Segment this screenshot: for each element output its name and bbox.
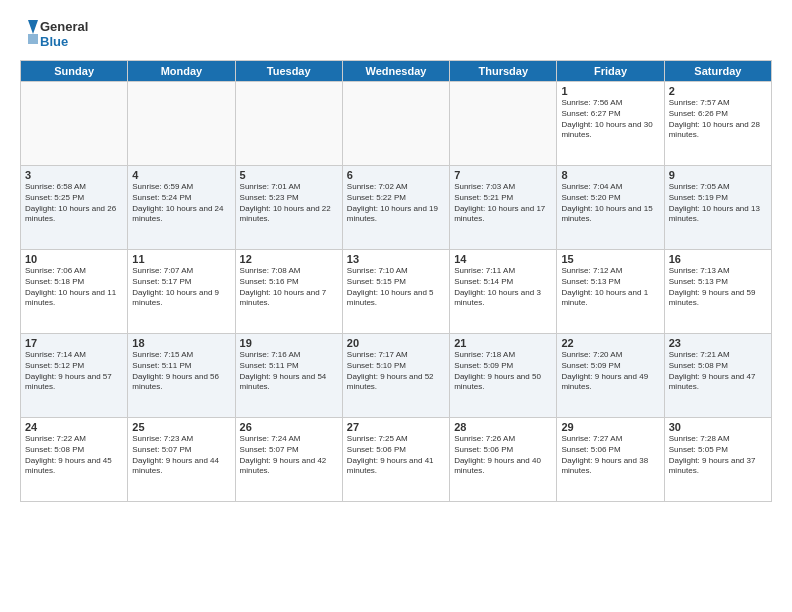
weekday-header-monday: Monday [128, 61, 235, 82]
svg-text:General: General [40, 19, 88, 34]
weekday-header-thursday: Thursday [450, 61, 557, 82]
day-info: Sunrise: 7:13 AM Sunset: 5:13 PM Dayligh… [669, 266, 767, 309]
day-info: Sunrise: 6:58 AM Sunset: 5:25 PM Dayligh… [25, 182, 123, 225]
day-info: Sunrise: 7:21 AM Sunset: 5:08 PM Dayligh… [669, 350, 767, 393]
day-info: Sunrise: 7:16 AM Sunset: 5:11 PM Dayligh… [240, 350, 338, 393]
day-info: Sunrise: 7:24 AM Sunset: 5:07 PM Dayligh… [240, 434, 338, 477]
weekday-header-row: SundayMondayTuesdayWednesdayThursdayFrid… [21, 61, 772, 82]
day-number: 30 [669, 421, 767, 433]
day-cell [128, 82, 235, 166]
day-number: 10 [25, 253, 123, 265]
day-number: 3 [25, 169, 123, 181]
day-info: Sunrise: 7:28 AM Sunset: 5:05 PM Dayligh… [669, 434, 767, 477]
day-cell [342, 82, 449, 166]
header: General Blue [20, 16, 772, 52]
day-info: Sunrise: 6:59 AM Sunset: 5:24 PM Dayligh… [132, 182, 230, 225]
day-number: 21 [454, 337, 552, 349]
day-cell: 22Sunrise: 7:20 AM Sunset: 5:09 PM Dayli… [557, 334, 664, 418]
day-number: 16 [669, 253, 767, 265]
day-info: Sunrise: 7:17 AM Sunset: 5:10 PM Dayligh… [347, 350, 445, 393]
day-info: Sunrise: 7:02 AM Sunset: 5:22 PM Dayligh… [347, 182, 445, 225]
day-number: 20 [347, 337, 445, 349]
day-number: 9 [669, 169, 767, 181]
day-info: Sunrise: 7:12 AM Sunset: 5:13 PM Dayligh… [561, 266, 659, 309]
day-number: 18 [132, 337, 230, 349]
day-info: Sunrise: 7:56 AM Sunset: 6:27 PM Dayligh… [561, 98, 659, 141]
day-number: 14 [454, 253, 552, 265]
day-info: Sunrise: 7:14 AM Sunset: 5:12 PM Dayligh… [25, 350, 123, 393]
day-cell: 3Sunrise: 6:58 AM Sunset: 5:25 PM Daylig… [21, 166, 128, 250]
day-info: Sunrise: 7:03 AM Sunset: 5:21 PM Dayligh… [454, 182, 552, 225]
day-number: 4 [132, 169, 230, 181]
weekday-header-saturday: Saturday [664, 61, 771, 82]
day-number: 17 [25, 337, 123, 349]
day-info: Sunrise: 7:20 AM Sunset: 5:09 PM Dayligh… [561, 350, 659, 393]
day-cell: 18Sunrise: 7:15 AM Sunset: 5:11 PM Dayli… [128, 334, 235, 418]
day-cell: 7Sunrise: 7:03 AM Sunset: 5:21 PM Daylig… [450, 166, 557, 250]
day-number: 12 [240, 253, 338, 265]
weekday-header-tuesday: Tuesday [235, 61, 342, 82]
day-cell: 17Sunrise: 7:14 AM Sunset: 5:12 PM Dayli… [21, 334, 128, 418]
day-cell: 8Sunrise: 7:04 AM Sunset: 5:20 PM Daylig… [557, 166, 664, 250]
day-cell: 11Sunrise: 7:07 AM Sunset: 5:17 PM Dayli… [128, 250, 235, 334]
day-number: 6 [347, 169, 445, 181]
week-row-2: 3Sunrise: 6:58 AM Sunset: 5:25 PM Daylig… [21, 166, 772, 250]
day-number: 28 [454, 421, 552, 433]
day-info: Sunrise: 7:08 AM Sunset: 5:16 PM Dayligh… [240, 266, 338, 309]
svg-marker-3 [28, 34, 38, 44]
svg-marker-2 [28, 20, 38, 34]
day-info: Sunrise: 7:18 AM Sunset: 5:09 PM Dayligh… [454, 350, 552, 393]
day-number: 29 [561, 421, 659, 433]
day-info: Sunrise: 7:27 AM Sunset: 5:06 PM Dayligh… [561, 434, 659, 477]
day-info: Sunrise: 7:07 AM Sunset: 5:17 PM Dayligh… [132, 266, 230, 309]
day-cell: 10Sunrise: 7:06 AM Sunset: 5:18 PM Dayli… [21, 250, 128, 334]
weekday-header-sunday: Sunday [21, 61, 128, 82]
day-info: Sunrise: 7:11 AM Sunset: 5:14 PM Dayligh… [454, 266, 552, 309]
day-cell: 2Sunrise: 7:57 AM Sunset: 6:26 PM Daylig… [664, 82, 771, 166]
day-number: 15 [561, 253, 659, 265]
day-info: Sunrise: 7:23 AM Sunset: 5:07 PM Dayligh… [132, 434, 230, 477]
day-number: 27 [347, 421, 445, 433]
day-info: Sunrise: 7:10 AM Sunset: 5:15 PM Dayligh… [347, 266, 445, 309]
day-cell: 12Sunrise: 7:08 AM Sunset: 5:16 PM Dayli… [235, 250, 342, 334]
day-info: Sunrise: 7:57 AM Sunset: 6:26 PM Dayligh… [669, 98, 767, 141]
day-cell: 26Sunrise: 7:24 AM Sunset: 5:07 PM Dayli… [235, 418, 342, 502]
weekday-header-friday: Friday [557, 61, 664, 82]
day-info: Sunrise: 7:04 AM Sunset: 5:20 PM Dayligh… [561, 182, 659, 225]
day-number: 11 [132, 253, 230, 265]
day-info: Sunrise: 7:06 AM Sunset: 5:18 PM Dayligh… [25, 266, 123, 309]
day-cell: 5Sunrise: 7:01 AM Sunset: 5:23 PM Daylig… [235, 166, 342, 250]
day-number: 5 [240, 169, 338, 181]
day-cell: 13Sunrise: 7:10 AM Sunset: 5:15 PM Dayli… [342, 250, 449, 334]
svg-text:Blue: Blue [40, 34, 68, 49]
day-number: 1 [561, 85, 659, 97]
week-row-4: 17Sunrise: 7:14 AM Sunset: 5:12 PM Dayli… [21, 334, 772, 418]
day-cell [450, 82, 557, 166]
day-number: 7 [454, 169, 552, 181]
day-cell: 19Sunrise: 7:16 AM Sunset: 5:11 PM Dayli… [235, 334, 342, 418]
logo-svg: General Blue [20, 16, 90, 52]
day-cell [235, 82, 342, 166]
day-cell: 21Sunrise: 7:18 AM Sunset: 5:09 PM Dayli… [450, 334, 557, 418]
day-cell [21, 82, 128, 166]
day-cell: 4Sunrise: 6:59 AM Sunset: 5:24 PM Daylig… [128, 166, 235, 250]
day-number: 23 [669, 337, 767, 349]
day-number: 19 [240, 337, 338, 349]
day-number: 8 [561, 169, 659, 181]
day-info: Sunrise: 7:15 AM Sunset: 5:11 PM Dayligh… [132, 350, 230, 393]
day-cell: 27Sunrise: 7:25 AM Sunset: 5:06 PM Dayli… [342, 418, 449, 502]
weekday-header-wednesday: Wednesday [342, 61, 449, 82]
day-cell: 9Sunrise: 7:05 AM Sunset: 5:19 PM Daylig… [664, 166, 771, 250]
day-info: Sunrise: 7:05 AM Sunset: 5:19 PM Dayligh… [669, 182, 767, 225]
day-info: Sunrise: 7:25 AM Sunset: 5:06 PM Dayligh… [347, 434, 445, 477]
day-number: 24 [25, 421, 123, 433]
day-info: Sunrise: 7:22 AM Sunset: 5:08 PM Dayligh… [25, 434, 123, 477]
week-row-5: 24Sunrise: 7:22 AM Sunset: 5:08 PM Dayli… [21, 418, 772, 502]
day-number: 26 [240, 421, 338, 433]
day-cell: 14Sunrise: 7:11 AM Sunset: 5:14 PM Dayli… [450, 250, 557, 334]
week-row-3: 10Sunrise: 7:06 AM Sunset: 5:18 PM Dayli… [21, 250, 772, 334]
day-cell: 16Sunrise: 7:13 AM Sunset: 5:13 PM Dayli… [664, 250, 771, 334]
day-cell: 15Sunrise: 7:12 AM Sunset: 5:13 PM Dayli… [557, 250, 664, 334]
logo: General Blue [20, 16, 90, 52]
page: General Blue SundayMondayTuesdayWednesda… [0, 0, 792, 612]
